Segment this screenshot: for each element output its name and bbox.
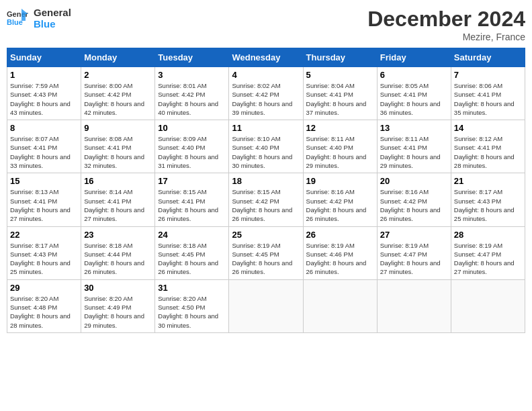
day-number: 21 <box>454 176 522 186</box>
day-number: 23 <box>84 230 152 240</box>
day-number: 14 <box>454 123 522 133</box>
calendar-week-2: 8Sunrise: 8:07 AMSunset: 4:41 PMDaylight… <box>7 120 525 173</box>
cell-info: Sunrise: 8:17 AMSunset: 4:43 PMDaylight:… <box>454 187 522 223</box>
day-number: 6 <box>380 70 448 80</box>
column-header-tuesday: Tuesday <box>155 48 229 67</box>
calendar-cell: 27Sunrise: 8:19 AMSunset: 4:47 PMDayligh… <box>377 226 451 279</box>
calendar-cell: 25Sunrise: 8:19 AMSunset: 4:45 PMDayligh… <box>229 226 303 279</box>
day-number: 4 <box>232 70 300 80</box>
calendar-cell: 24Sunrise: 8:18 AMSunset: 4:45 PMDayligh… <box>155 226 229 279</box>
calendar-week-3: 15Sunrise: 8:13 AMSunset: 4:41 PMDayligh… <box>7 173 525 226</box>
day-number: 27 <box>380 230 448 240</box>
cell-info: Sunrise: 8:11 AMSunset: 4:41 PMDaylight:… <box>380 134 448 170</box>
day-number: 13 <box>380 123 448 133</box>
column-header-wednesday: Wednesday <box>229 48 303 67</box>
calendar-cell: 28Sunrise: 8:19 AMSunset: 4:47 PMDayligh… <box>451 226 525 279</box>
calendar-cell: 16Sunrise: 8:14 AMSunset: 4:41 PMDayligh… <box>81 173 155 226</box>
cell-info: Sunrise: 8:02 AMSunset: 4:42 PMDaylight:… <box>232 81 300 117</box>
day-number: 3 <box>158 70 226 80</box>
day-number: 25 <box>232 230 300 240</box>
day-number: 17 <box>158 176 226 186</box>
day-number: 26 <box>306 230 374 240</box>
cell-info: Sunrise: 8:07 AMSunset: 4:41 PMDaylight:… <box>10 134 78 170</box>
calendar-cell: 31Sunrise: 8:20 AMSunset: 4:50 PMDayligh… <box>155 279 229 332</box>
cell-info: Sunrise: 8:09 AMSunset: 4:40 PMDaylight:… <box>158 134 226 170</box>
svg-text:Blue: Blue <box>7 18 23 26</box>
cell-info: Sunrise: 8:15 AMSunset: 4:41 PMDaylight:… <box>158 187 226 223</box>
day-number: 10 <box>158 123 226 133</box>
cell-info: Sunrise: 8:16 AMSunset: 4:42 PMDaylight:… <box>380 187 448 223</box>
month-title: December 2024 <box>367 7 525 32</box>
day-number: 12 <box>306 123 374 133</box>
calendar-cell: 19Sunrise: 8:16 AMSunset: 4:42 PMDayligh… <box>303 173 377 226</box>
cell-info: Sunrise: 8:19 AMSunset: 4:45 PMDaylight:… <box>232 241 300 277</box>
calendar-header-row: SundayMondayTuesdayWednesdayThursdayFrid… <box>7 48 525 67</box>
calendar-cell: 23Sunrise: 8:18 AMSunset: 4:44 PMDayligh… <box>81 226 155 279</box>
cell-info: Sunrise: 8:16 AMSunset: 4:42 PMDaylight:… <box>306 187 374 223</box>
title-block: December 2024 Mezire, France <box>367 7 525 42</box>
calendar-week-5: 29Sunrise: 8:20 AMSunset: 4:48 PMDayligh… <box>7 279 525 332</box>
day-number: 19 <box>306 176 374 186</box>
cell-info: Sunrise: 8:19 AMSunset: 4:46 PMDaylight:… <box>306 241 374 277</box>
calendar-cell: 21Sunrise: 8:17 AMSunset: 4:43 PMDayligh… <box>451 173 525 226</box>
calendar-cell: 3Sunrise: 8:01 AMSunset: 4:42 PMDaylight… <box>155 67 229 120</box>
column-header-saturday: Saturday <box>451 48 525 67</box>
day-number: 29 <box>10 283 78 293</box>
calendar-cell <box>229 279 303 332</box>
column-header-friday: Friday <box>377 48 451 67</box>
day-number: 20 <box>380 176 448 186</box>
cell-info: Sunrise: 8:12 AMSunset: 4:41 PMDaylight:… <box>454 134 522 170</box>
logo: General Blue General Blue <box>7 7 71 30</box>
calendar-cell: 10Sunrise: 8:09 AMSunset: 4:40 PMDayligh… <box>155 120 229 173</box>
calendar-cell: 26Sunrise: 8:19 AMSunset: 4:46 PMDayligh… <box>303 226 377 279</box>
calendar-cell: 17Sunrise: 8:15 AMSunset: 4:41 PMDayligh… <box>155 173 229 226</box>
calendar-cell <box>303 279 377 332</box>
calendar-cell: 22Sunrise: 8:17 AMSunset: 4:43 PMDayligh… <box>7 226 81 279</box>
cell-info: Sunrise: 7:59 AMSunset: 4:43 PMDaylight:… <box>10 81 78 117</box>
location: Mezire, France <box>367 32 525 42</box>
calendar-cell: 6Sunrise: 8:05 AMSunset: 4:41 PMDaylight… <box>377 67 451 120</box>
day-number: 28 <box>454 230 522 240</box>
cell-info: Sunrise: 8:01 AMSunset: 4:42 PMDaylight:… <box>158 81 226 117</box>
day-number: 18 <box>232 176 300 186</box>
cell-info: Sunrise: 8:10 AMSunset: 4:40 PMDaylight:… <box>232 134 300 170</box>
cell-info: Sunrise: 8:20 AMSunset: 4:48 PMDaylight:… <box>10 294 78 330</box>
cell-info: Sunrise: 8:14 AMSunset: 4:41 PMDaylight:… <box>84 187 152 223</box>
cell-info: Sunrise: 8:20 AMSunset: 4:50 PMDaylight:… <box>158 294 226 330</box>
logo-text-general: General <box>34 7 71 18</box>
calendar-week-1: 1Sunrise: 7:59 AMSunset: 4:43 PMDaylight… <box>7 67 525 120</box>
day-number: 22 <box>10 230 78 240</box>
calendar-cell: 12Sunrise: 8:11 AMSunset: 4:40 PMDayligh… <box>303 120 377 173</box>
cell-info: Sunrise: 8:06 AMSunset: 4:41 PMDaylight:… <box>454 81 522 117</box>
calendar-cell: 1Sunrise: 7:59 AMSunset: 4:43 PMDaylight… <box>7 67 81 120</box>
day-number: 16 <box>84 176 152 186</box>
cell-info: Sunrise: 8:13 AMSunset: 4:41 PMDaylight:… <box>10 187 78 223</box>
cell-info: Sunrise: 8:08 AMSunset: 4:41 PMDaylight:… <box>84 134 152 170</box>
cell-info: Sunrise: 8:15 AMSunset: 4:42 PMDaylight:… <box>232 187 300 223</box>
cell-info: Sunrise: 8:05 AMSunset: 4:41 PMDaylight:… <box>380 81 448 117</box>
calendar-cell: 20Sunrise: 8:16 AMSunset: 4:42 PMDayligh… <box>377 173 451 226</box>
day-number: 24 <box>158 230 226 240</box>
day-number: 11 <box>232 123 300 133</box>
calendar-cell: 15Sunrise: 8:13 AMSunset: 4:41 PMDayligh… <box>7 173 81 226</box>
calendar-cell: 30Sunrise: 8:20 AMSunset: 4:49 PMDayligh… <box>81 279 155 332</box>
cell-info: Sunrise: 8:04 AMSunset: 4:41 PMDaylight:… <box>306 81 374 117</box>
column-header-sunday: Sunday <box>7 48 81 67</box>
calendar-cell <box>451 279 525 332</box>
column-header-thursday: Thursday <box>303 48 377 67</box>
day-number: 15 <box>10 176 78 186</box>
day-number: 2 <box>84 70 152 80</box>
cell-info: Sunrise: 8:00 AMSunset: 4:42 PMDaylight:… <box>84 81 152 117</box>
logo-icon: General Blue <box>7 7 28 29</box>
calendar-cell: 9Sunrise: 8:08 AMSunset: 4:41 PMDaylight… <box>81 120 155 173</box>
calendar-cell: 14Sunrise: 8:12 AMSunset: 4:41 PMDayligh… <box>451 120 525 173</box>
cell-info: Sunrise: 8:19 AMSunset: 4:47 PMDaylight:… <box>454 241 522 277</box>
day-number: 7 <box>454 70 522 80</box>
calendar-cell: 5Sunrise: 8:04 AMSunset: 4:41 PMDaylight… <box>303 67 377 120</box>
cell-info: Sunrise: 8:17 AMSunset: 4:43 PMDaylight:… <box>10 241 78 277</box>
cell-info: Sunrise: 8:19 AMSunset: 4:47 PMDaylight:… <box>380 241 448 277</box>
cell-info: Sunrise: 8:20 AMSunset: 4:49 PMDaylight:… <box>84 294 152 330</box>
logo-text-blue: Blue <box>34 18 71 30</box>
cell-info: Sunrise: 8:18 AMSunset: 4:45 PMDaylight:… <box>158 241 226 277</box>
calendar-cell: 7Sunrise: 8:06 AMSunset: 4:41 PMDaylight… <box>451 67 525 120</box>
